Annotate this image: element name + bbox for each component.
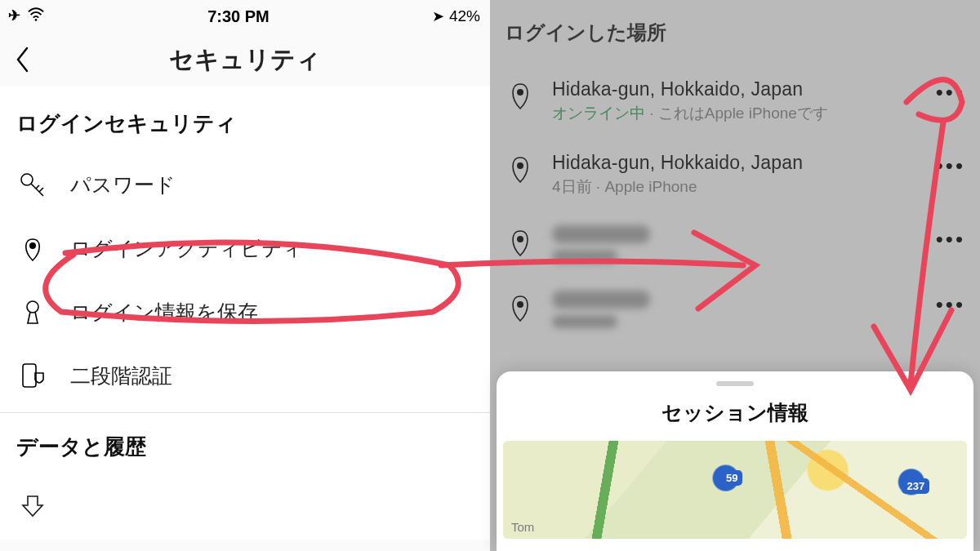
svg-rect-4 bbox=[23, 364, 36, 387]
section-login-security-title: ログインセキュリティ bbox=[0, 104, 490, 153]
route-badge: 237 bbox=[902, 478, 929, 494]
session-more-button[interactable]: ••• bbox=[933, 291, 965, 318]
menu-two-factor-auth[interactable]: 二段階認証 bbox=[0, 344, 490, 407]
sheet-title: セッション情報 bbox=[497, 399, 973, 426]
sheet-handle[interactable] bbox=[716, 381, 754, 386]
login-locations-title: ログインした場所 bbox=[505, 20, 965, 46]
svg-point-7 bbox=[517, 236, 523, 242]
session-more-button[interactable]: ••• bbox=[933, 78, 965, 105]
redacted-content bbox=[552, 250, 617, 263]
location-pin-icon bbox=[505, 152, 536, 184]
redacted-content bbox=[552, 225, 650, 243]
svg-point-3 bbox=[27, 301, 38, 313]
menu-password[interactable]: パスワード bbox=[0, 153, 490, 216]
redacted-content bbox=[552, 291, 650, 309]
route-badge: 59 bbox=[721, 470, 742, 486]
svg-point-2 bbox=[29, 242, 36, 249]
status-bar: ✈ 7:30 PM ➤ 42% bbox=[0, 0, 490, 33]
key-icon bbox=[16, 171, 49, 198]
map-city-label: Tom bbox=[511, 520, 534, 534]
session-entry-redacted[interactable]: ••• bbox=[505, 214, 965, 279]
wifi-icon bbox=[27, 6, 45, 28]
session-location: Hidaka-gun, Hokkaido, Japan bbox=[552, 152, 916, 174]
svg-point-5 bbox=[517, 89, 523, 96]
session-more-button[interactable]: ••• bbox=[933, 225, 965, 252]
keyhole-icon bbox=[16, 298, 49, 326]
session-entry-redacted[interactable]: ••• bbox=[505, 279, 965, 344]
section-data-history-title: データと履歴 bbox=[0, 413, 490, 476]
menu-label: ログインアクティビティ bbox=[70, 235, 304, 262]
phone-shield-icon bbox=[16, 362, 49, 389]
nav-header: セキュリティ bbox=[0, 33, 490, 87]
session-entry[interactable]: Hidaka-gun, Hokkaido, Japan オンライン中 · これは… bbox=[505, 67, 965, 140]
back-button[interactable] bbox=[11, 47, 36, 72]
session-status: オンライン中 · これはApple iPhoneです bbox=[552, 103, 916, 124]
menu-data-row-truncated[interactable] bbox=[0, 476, 490, 540]
location-pin-icon bbox=[505, 291, 536, 322]
location-pin-icon bbox=[16, 234, 49, 262]
battery-level: 42% bbox=[449, 7, 480, 25]
location-pin-icon bbox=[505, 78, 536, 110]
menu-save-login-info[interactable]: ログイン情報を保存 bbox=[0, 280, 490, 344]
redacted-content bbox=[552, 315, 617, 328]
menu-label: ログイン情報を保存 bbox=[70, 299, 258, 326]
menu-label: 二段階認証 bbox=[70, 362, 172, 389]
menu-label: パスワード bbox=[70, 171, 176, 198]
session-status: 4日前 · Apple iPhone bbox=[552, 176, 916, 198]
svg-point-1 bbox=[21, 174, 33, 185]
session-location: Hidaka-gun, Hokkaido, Japan bbox=[552, 78, 916, 100]
location-icon: ➤ bbox=[432, 7, 444, 25]
status-time: 7:30 PM bbox=[207, 7, 270, 26]
location-pin-icon bbox=[505, 225, 536, 257]
session-map[interactable]: 59 237 Tom bbox=[503, 441, 967, 539]
airplane-mode-icon: ✈ bbox=[8, 7, 20, 24]
svg-point-8 bbox=[517, 301, 523, 308]
download-icon bbox=[16, 494, 49, 522]
session-entry[interactable]: Hidaka-gun, Hokkaido, Japan 4日前 · Apple … bbox=[505, 140, 965, 214]
menu-login-activity[interactable]: ログインアクティビティ bbox=[0, 216, 490, 280]
svg-point-0 bbox=[35, 19, 38, 21]
session-info-sheet[interactable]: セッション情報 59 237 Tom bbox=[497, 371, 973, 551]
svg-point-6 bbox=[517, 162, 523, 169]
session-more-button[interactable]: ••• bbox=[933, 152, 965, 179]
login-activity-screen: ログインした場所 Hidaka-gun, Hokkaido, Japan オンラ… bbox=[490, 0, 980, 551]
page-title: セキュリティ bbox=[169, 43, 321, 77]
security-settings-screen: ✈ 7:30 PM ➤ 42% セキュリティ ログインセキュリティ パスワード bbox=[0, 0, 490, 551]
